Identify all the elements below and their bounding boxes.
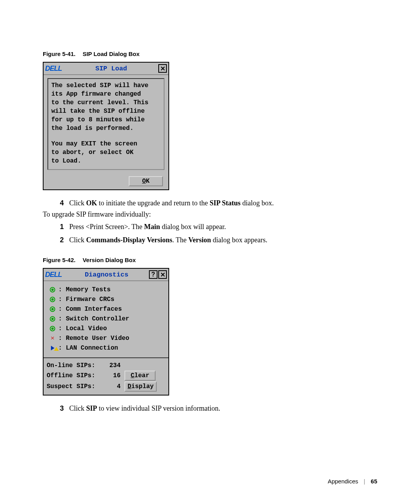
text: dialog box appears. (211, 236, 268, 244)
figure-number: Figure 5-41. (43, 51, 75, 57)
diag-label: : Firmware CRCs (58, 295, 114, 304)
dialog-titlebar: DELL SIP Load (44, 63, 168, 75)
bold-text: OK (86, 199, 97, 207)
msg-line: to the current level. This (51, 98, 161, 107)
blank-line (51, 133, 161, 140)
display-underline: D (128, 383, 131, 390)
diag-item-memory-tests: : Memory Tests (49, 285, 164, 294)
help-icon[interactable] (149, 270, 158, 279)
msg-line: its App firmware changed (51, 90, 161, 98)
stat-label: Suspect SIPs: (47, 382, 101, 391)
dialog-body: The selected SIP will have its App firmw… (44, 75, 168, 174)
diag-item-remote-user-video: ✕ : Remote User Video (49, 334, 164, 343)
dialog-button-row: OK (44, 174, 168, 189)
stat-row-online: On-line SIPs: 234 (47, 361, 165, 370)
msg-line: the load is performed. (51, 124, 161, 133)
dell-logo: DELL (45, 271, 62, 279)
clear-underline: C (131, 372, 135, 379)
step-4: 4 Click OK to initiate the upgrade and r… (54, 197, 377, 209)
page-footer: Appendices | 65 (328, 478, 377, 485)
figure-title: Version Dialog Box (82, 257, 136, 263)
diagnostics-stats: On-line SIPs: 234 Offline SIPs: 16 Clear… (44, 357, 168, 395)
text: to initiate the upgrade and return to th… (97, 199, 210, 207)
text: . The (172, 236, 188, 244)
stat-label: On-line SIPs: (47, 361, 101, 370)
step-list-a: 4 Click OK to initiate the upgrade and r… (54, 197, 377, 209)
dialog-title: SIP Load (65, 65, 158, 72)
bold-text: SIP Status (210, 199, 241, 207)
text: to view individual SIP version informati… (97, 404, 220, 412)
bold-text: SIP (86, 404, 97, 412)
close-icon[interactable] (158, 64, 167, 73)
status-pass-icon (49, 315, 56, 322)
text: Click (69, 236, 86, 244)
dialog-body: : Memory Tests : Firmware CRCs : Comm In… (44, 281, 168, 395)
msg-line: for up to 8 minutes while (51, 116, 161, 124)
step-1: 1 Press <Print Screen>. The Main dialog … (54, 221, 377, 233)
display-button[interactable]: Display (124, 382, 157, 392)
display-rest: isplay (131, 383, 154, 390)
diagnostics-list: : Memory Tests : Firmware CRCs : Comm In… (44, 281, 168, 357)
dialog-message: The selected SIP will have its App firmw… (47, 78, 164, 170)
bold-text: Version (188, 236, 211, 244)
status-pass-icon (49, 325, 56, 332)
step-text: Press <Print Screen>. The Main dialog bo… (69, 221, 377, 233)
status-pass-icon (49, 306, 56, 313)
step-text: Click OK to initiate the upgrade and ret… (69, 197, 377, 209)
msg-line: to abort, or select OK (51, 148, 161, 157)
stat-label: Offline SIPs: (47, 371, 101, 380)
stat-value: 16 (101, 371, 121, 380)
msg-line: to Load. (51, 157, 161, 165)
text: Press <Print Screen>. The (69, 223, 144, 231)
diag-label: : Local Video (58, 324, 107, 333)
diag-item-local-video: : Local Video (49, 324, 164, 333)
clear-button[interactable]: Clear (124, 371, 156, 381)
msg-line: will take the SIP offline (51, 107, 161, 116)
ok-rest: K (146, 178, 150, 185)
step-number: 2 (54, 234, 64, 246)
diag-item-lan-connection: : LAN Connection (49, 344, 164, 352)
text: Click (69, 404, 86, 412)
dialog-title: Diagnostics (65, 271, 148, 278)
step-number: 1 (54, 221, 64, 233)
msg-line: The selected SIP will have (51, 81, 161, 90)
footer-separator: | (364, 478, 365, 485)
figure-title: SIP Load Dialog Box (82, 51, 139, 57)
dialog-titlebar: DELL Diagnostics (44, 269, 168, 281)
step-number: 4 (54, 197, 64, 209)
stat-row-suspect: Suspect SIPs: 4 Display (47, 382, 165, 392)
diag-label: : Remote User Video (58, 334, 129, 343)
figure-caption-5-41: Figure 5-41. SIP Load Dialog Box (43, 51, 377, 57)
footer-section: Appendices (328, 478, 358, 485)
diagnostics-dialog: DELL Diagnostics : Memory Tests : Firmwa… (43, 268, 169, 396)
diag-label: : Comm Interfaces (58, 305, 122, 313)
status-warning-icon (49, 345, 56, 352)
stat-row-offline: Offline SIPs: 16 Clear (47, 371, 165, 381)
figure-number: Figure 5-42. (43, 257, 75, 263)
bold-text: Commands-Display Versions (86, 236, 173, 244)
sip-load-dialog: DELL SIP Load The selected SIP will have… (43, 62, 169, 190)
text: dialog box. (240, 199, 274, 207)
bold-text: Main (144, 223, 160, 231)
close-icon[interactable] (158, 270, 167, 279)
dell-logo: DELL (45, 65, 62, 73)
step-list-b: 1 Press <Print Screen>. The Main dialog … (54, 221, 377, 246)
step-2: 2 Click Commands-Display Versions. The V… (54, 234, 377, 246)
step-text: Click Commands-Display Versions. The Ver… (69, 234, 377, 246)
diag-item-comm-interfaces: : Comm Interfaces (49, 305, 164, 313)
diag-item-firmware-crcs: : Firmware CRCs (49, 295, 164, 304)
status-pass-icon (49, 286, 56, 293)
step-3: 3 Click SIP to view individual SIP versi… (54, 402, 377, 414)
status-pass-icon (49, 296, 56, 303)
step-number: 3 (54, 402, 64, 414)
status-fail-icon: ✕ (49, 335, 56, 342)
ok-button[interactable]: OK (129, 176, 163, 186)
text: Click (69, 199, 86, 207)
msg-line: You may EXIT the screen (51, 140, 161, 148)
step-text: Click SIP to view individual SIP version… (69, 402, 377, 414)
diag-label: : Memory Tests (58, 285, 110, 294)
stat-value: 4 (101, 382, 121, 391)
ok-underline: O (142, 178, 146, 185)
diag-label: : LAN Connection (58, 344, 118, 352)
footer-page-number: 65 (371, 478, 377, 485)
